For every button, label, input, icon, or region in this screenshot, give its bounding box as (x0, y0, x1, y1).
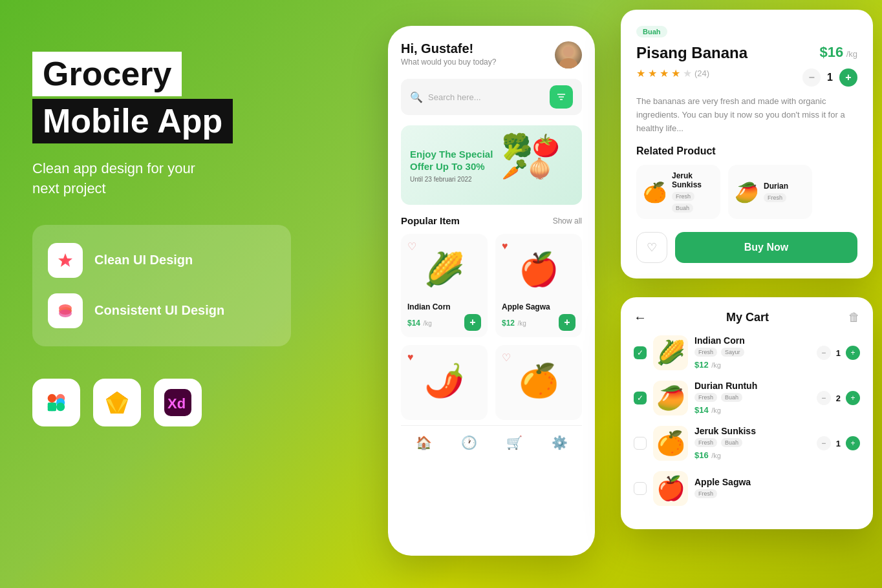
detail-unit: /kg (846, 49, 857, 59)
checkbox-jeruk[interactable] (634, 437, 647, 450)
product-price-corn: $14 /kg (407, 317, 432, 328)
cart-tags-corn: Fresh Sayur (694, 348, 810, 357)
cart-img-applesagwa: 🍎 (653, 471, 688, 506)
cart-delete-button[interactable]: 🗑 (848, 311, 860, 324)
product-apple-sagwa[interactable]: ♥ 🍎 Apple Sagwa $12 /kg + (495, 234, 582, 337)
banner-date: Until 23 februari 2022 (410, 176, 500, 183)
detail-name: Pisang Banana (636, 44, 748, 62)
nav-settings[interactable]: ⚙️ (552, 435, 568, 450)
cart-title: My Cart (726, 311, 769, 324)
cart-plus-jeruk[interactable]: + (846, 436, 860, 450)
qty-plus-button[interactable]: + (839, 68, 857, 87)
product-indian-corn[interactable]: ♡ 🌽 Indian Corn $14 /kg + (401, 234, 488, 337)
banner-text: Enjoy The Special Offer Up To 30% Until … (410, 148, 500, 183)
tag-apple-fresh: Fresh (694, 489, 717, 498)
cart-card: ← My Cart 🗑 ✓ 🌽 Indian Corn Fresh Sayur … (621, 297, 873, 529)
svg-point-18 (563, 47, 574, 57)
popular-title: Popular Item (401, 215, 460, 226)
tag-durian-fresh: Fresh (694, 393, 717, 402)
product-chili[interactable]: ♥ 🌶️ (401, 345, 488, 420)
related-title: Related Product (636, 145, 857, 157)
figma-icon[interactable] (32, 379, 80, 426)
filter-button[interactable] (550, 85, 573, 109)
related-durian[interactable]: 🥭 Durian Fresh (728, 165, 812, 219)
related-durian-img: 🥭 (735, 181, 758, 204)
subtitle: Clean app design for your next project (32, 159, 310, 199)
greeting-block: Hi, Gustafe! What would you buy today? (401, 41, 496, 67)
buy-now-button[interactable]: Buy Now (675, 232, 857, 263)
stars-row: ★ ★ ★ ★ ★ (24) (636, 67, 709, 79)
cart-plus-corn[interactable]: + (846, 346, 860, 360)
product-orange[interactable]: ♡ 🍊 (495, 345, 582, 420)
phone-nav: 🏠 🕐 🛒 ⚙️ (401, 425, 582, 459)
star-4: ★ (671, 67, 680, 79)
svg-point-19 (559, 58, 577, 68)
nav-history[interactable]: 🕐 (461, 435, 477, 450)
checkbox-applesagwa[interactable] (634, 482, 647, 495)
product-name-corn: Indian Corn (407, 302, 481, 311)
related-durian-info: Durian Fresh (764, 182, 788, 202)
qty-minus-button[interactable]: − (802, 68, 821, 87)
cart-minus-corn[interactable]: − (817, 346, 831, 360)
cart-name-durian: Durian Runtuh (694, 381, 810, 391)
cart-plus-durian[interactable]: + (846, 391, 860, 405)
title-grocery: Grocery Mobile App (32, 52, 310, 143)
cart-item-applesagwa: 🍎 Apple Sagwa Fresh (634, 471, 860, 506)
promo-banner[interactable]: Enjoy The Special Offer Up To 30% Until … (401, 125, 582, 205)
add-apple-button[interactable]: + (559, 314, 575, 331)
related-jeruk[interactable]: 🍊 Jeruk Sunkiss Fresh Buah (636, 165, 720, 219)
cart-back-button[interactable]: ← (634, 310, 647, 325)
cart-name-corn: Indian Corn (694, 335, 810, 346)
cart-img-durian: 🥭 (653, 381, 688, 415)
detail-price-block: $16 /kg (819, 44, 857, 61)
clean-ui-icon (48, 243, 83, 278)
feature-consistent-ui: Consistent UI Design (48, 293, 275, 328)
svg-marker-15 (106, 392, 128, 399)
cart-img-corn: 🌽 (653, 335, 688, 370)
cart-num-durian: 2 (836, 394, 841, 403)
cart-item-jeruk: 🍊 Jeruk Sunkiss Fresh Buah $16 /kg − 1 + (634, 426, 860, 461)
checkbox-corn[interactable]: ✓ (634, 346, 647, 359)
left-section: Grocery Mobile App Clean app design for … (32, 52, 310, 426)
heart-icon-apple[interactable]: ♥ (502, 240, 508, 252)
cart-num-corn: 1 (836, 348, 841, 358)
sketch-icon[interactable] (93, 379, 141, 426)
avatar-inner (555, 41, 582, 68)
star-3: ★ (660, 67, 669, 79)
show-all-link[interactable]: Show all (553, 216, 582, 226)
tag-durian-buah: Buah (721, 393, 742, 402)
nav-home[interactable]: 🏠 (416, 435, 432, 450)
cart-name-applesagwa: Apple Sagwa (694, 477, 860, 487)
cart-price-jeruk: $16 /kg (694, 449, 810, 461)
related-jeruk-info: Jeruk Sunkiss Fresh Buah (672, 171, 714, 213)
svg-text:Xd: Xd (167, 395, 186, 412)
search-icon: 🔍 (410, 91, 423, 103)
svg-rect-6 (48, 403, 56, 411)
heart-icon-corn[interactable]: ♡ (407, 240, 416, 253)
cart-minus-durian[interactable]: − (817, 391, 831, 405)
cart-price-durian: $14 /kg (694, 404, 810, 415)
wishlist-button[interactable]: ♡ (636, 232, 667, 263)
heart-icon-orange[interactable]: ♡ (502, 352, 511, 364)
consistent-ui-icon (48, 293, 83, 328)
cart-item-durian: ✓ 🥭 Durian Runtuh Fresh Buah $14 /kg − 2… (634, 381, 860, 415)
search-bar[interactable]: 🔍 Search here... (401, 79, 582, 115)
nav-cart[interactable]: 🛒 (506, 435, 522, 450)
svg-rect-3 (48, 394, 56, 403)
cart-num-jeruk: 1 (836, 439, 841, 448)
banner-image: 🥦🍅🥕🧅 (502, 134, 573, 196)
tag-fresh-d: Fresh (764, 193, 786, 202)
heart-icon-chili[interactable]: ♥ (407, 352, 414, 363)
consistent-ui-label: Consistent UI Design (94, 303, 224, 318)
cart-minus-jeruk[interactable]: − (817, 436, 831, 450)
add-corn-button[interactable]: + (464, 314, 481, 331)
tag-buah: Buah (672, 204, 693, 213)
cart-info-corn: Indian Corn Fresh Sayur $12 /kg (694, 335, 810, 370)
xd-icon[interactable]: Xd (154, 379, 202, 426)
cart-qty-durian: − 2 + (817, 391, 860, 405)
product-img-corn: 🌽 (407, 240, 481, 299)
related-jeruk-img: 🍊 (643, 181, 667, 204)
related-durian-name: Durian (764, 182, 788, 191)
checkbox-durian[interactable]: ✓ (634, 392, 647, 404)
star-1: ★ (636, 67, 645, 79)
